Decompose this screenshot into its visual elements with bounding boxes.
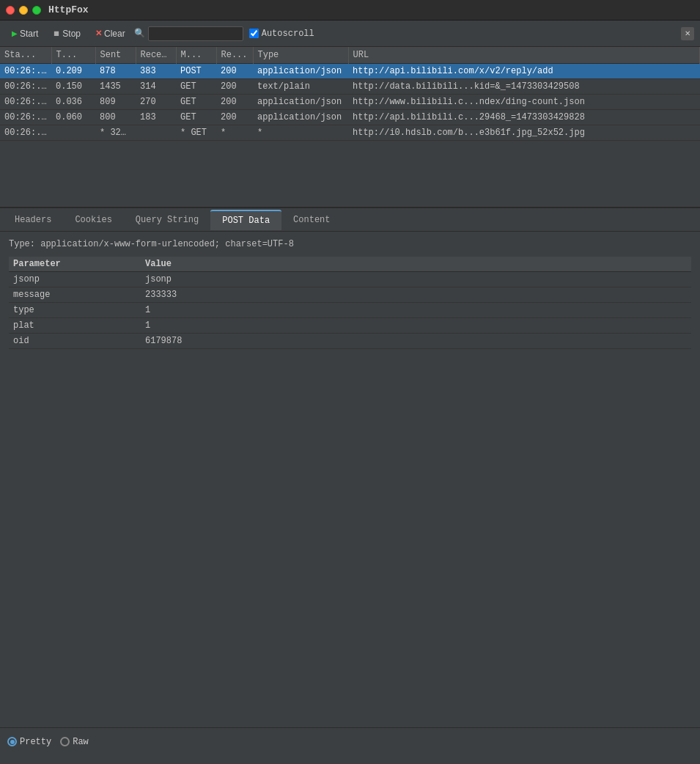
param-name-cell: plat (9, 318, 141, 334)
table-row[interactable]: 00:26:...0.060800183GET200application/js… (0, 110, 700, 125)
table-cell-5: 200 (216, 95, 253, 110)
raw-option[interactable]: Raw (60, 737, 89, 747)
pretty-radio-dot (7, 737, 17, 746)
network-table: Sta... T... Sent Rece... M... Re... Type… (0, 47, 700, 141)
param-value-cell: 6179878 (141, 334, 691, 349)
params-table: Parameter Value jsonpjsonpmessage233333t… (9, 257, 691, 349)
table-cell-6: application/json (253, 64, 348, 79)
bottom-bar: Pretty Raw (0, 727, 700, 755)
param-row: jsonpjsonp (9, 272, 691, 287)
table-cell-5: 200 (216, 110, 253, 125)
clear-button[interactable]: ✕ Clear (89, 26, 131, 41)
param-value-cell: 1 (141, 318, 691, 334)
table-row[interactable]: 00:26:...0.1501435314GET200text/plainhtt… (0, 79, 700, 95)
toolbar-close-button[interactable]: ✕ (681, 27, 694, 40)
maximize-traffic-light[interactable] (32, 6, 41, 15)
table-cell-4: GET (176, 79, 216, 95)
tab-cookies[interactable]: Cookies (63, 210, 123, 229)
table-cell-1: 0.209 (51, 64, 95, 79)
col-header-sent: Sent (95, 47, 136, 64)
table-cell-1 (51, 125, 95, 141)
col-header-url: URL (348, 47, 700, 64)
clear-label: Clear (104, 29, 125, 39)
titlebar: HttpFox (0, 0, 700, 21)
table-cell-7: http://www.bilibili.c...ndex/ding-count.… (348, 95, 700, 110)
type-line: Type: application/x-www-form-urlencoded;… (9, 239, 691, 249)
col-header-response: Re... (216, 47, 253, 64)
autoscroll-label[interactable]: Autoscroll (249, 29, 314, 39)
table-cell-2: 800 (95, 110, 136, 125)
table-cell-1: 0.150 (51, 79, 95, 95)
table-row[interactable]: 00:26:...* 320/320* GET**http://i0.hdslb… (0, 125, 700, 141)
table-cell-4: GET (176, 110, 216, 125)
col-header-received: Rece... (136, 47, 176, 64)
minimize-traffic-light[interactable] (19, 6, 28, 15)
table-cell-6: * (253, 125, 348, 141)
table-cell-1: 0.036 (51, 95, 95, 110)
table-cell-7: http://api.bilibili.c...29468_=147330342… (348, 110, 700, 125)
table-cell-5: * (216, 125, 253, 141)
table-cell-5: 200 (216, 64, 253, 79)
tab-content[interactable]: Content (281, 210, 342, 229)
start-icon: ▶ (12, 29, 18, 37)
tab-headers[interactable]: Headers (3, 210, 63, 229)
table-cell-3: 383 (136, 64, 176, 79)
table-cell-4: * GET (176, 125, 216, 141)
search-icon: 🔍 (134, 28, 145, 39)
start-label: Start (20, 29, 38, 39)
table-cell-4: POST (176, 64, 216, 79)
table-cell-5: 200 (216, 79, 253, 95)
autoscroll-checkbox[interactable] (249, 29, 259, 38)
table-cell-2: 809 (95, 95, 136, 110)
table-cell-0: 00:26:... (0, 79, 51, 95)
autoscroll-text: Autoscroll (262, 29, 314, 39)
table-cell-3 (136, 125, 176, 141)
table-cell-3: 270 (136, 95, 176, 110)
table-cell-0: 00:26:... (0, 110, 51, 125)
params-body: jsonpjsonpmessage233333type1plat1oid6179… (9, 272, 691, 349)
param-name-cell: oid (9, 334, 141, 349)
search-input[interactable] (148, 26, 243, 41)
stop-button[interactable]: ⏹ Stop (47, 26, 86, 41)
table-cell-6: application/json (253, 95, 348, 110)
params-header-row: Parameter Value (9, 257, 691, 272)
param-name-cell: type (9, 303, 141, 318)
table-row[interactable]: 00:26:...0.036809270GET200application/js… (0, 95, 700, 110)
app-title: HttpFox (48, 4, 89, 15)
pretty-option[interactable]: Pretty (7, 737, 51, 747)
param-value-cell: 233333 (141, 287, 691, 303)
network-table-container: Sta... T... Sent Rece... M... Re... Type… (0, 47, 700, 208)
table-row[interactable]: 00:26:...0.209878383POST200application/j… (0, 64, 700, 79)
table-cell-1: 0.060 (51, 110, 95, 125)
toolbar: ▶ Start ⏹ Stop ✕ Clear 🔍 Autoscroll ✕ (0, 21, 700, 47)
clear-icon: ✕ (95, 29, 102, 38)
table-cell-7: http://data.bilibili...kid=&_=1473303429… (348, 79, 700, 95)
close-traffic-light[interactable] (6, 6, 15, 15)
tab-query-string[interactable]: Query String (124, 210, 210, 229)
col-header-time: T... (51, 47, 95, 64)
tab-post-data[interactable]: POST Data (210, 210, 281, 230)
param-value-cell: jsonp (141, 272, 691, 287)
col-header-status: Sta... (0, 47, 51, 64)
table-cell-7: http://api.bilibili.com/x/v2/reply/add (348, 64, 700, 79)
col-header-method: M... (176, 47, 216, 64)
table-cell-0: 00:26:... (0, 95, 51, 110)
table-body: 00:26:...0.209878383POST200application/j… (0, 64, 700, 141)
params-col-name: Parameter (9, 257, 141, 272)
raw-radio-dot (60, 737, 70, 746)
param-name-cell: jsonp (9, 272, 141, 287)
tabs-bar: Headers Cookies Query String POST Data C… (0, 208, 700, 232)
pretty-label: Pretty (20, 737, 51, 747)
table-cell-0: 00:26:... (0, 125, 51, 141)
param-name-cell: message (9, 287, 141, 303)
param-row: message233333 (9, 287, 691, 303)
start-button[interactable]: ▶ Start (6, 26, 44, 41)
param-row: type1 (9, 303, 691, 318)
table-cell-3: 183 (136, 110, 176, 125)
table-cell-3: 314 (136, 79, 176, 95)
table-cell-6: text/plain (253, 79, 348, 95)
param-value-cell: 1 (141, 303, 691, 318)
table-cell-2: * 320/320 (95, 125, 136, 141)
table-header-row: Sta... T... Sent Rece... M... Re... Type… (0, 47, 700, 64)
param-row: plat1 (9, 318, 691, 334)
